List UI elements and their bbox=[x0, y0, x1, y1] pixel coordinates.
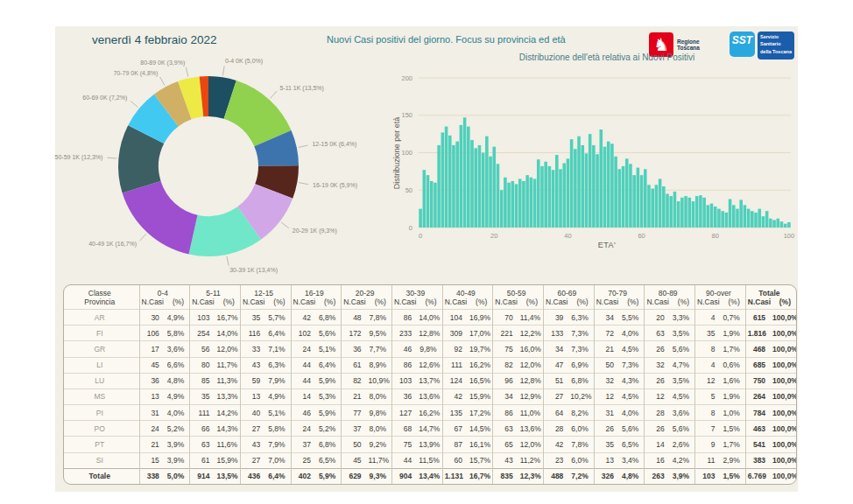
histogram-bar[interactable] bbox=[758, 209, 761, 228]
histogram-bar[interactable] bbox=[710, 204, 714, 228]
histogram-bar[interactable] bbox=[714, 206, 717, 228]
histogram-bar[interactable] bbox=[596, 154, 599, 228]
table-row-MS[interactable]: MS134,9%3513,3%134,9%145,3%218,0%3613,6%… bbox=[64, 388, 796, 404]
histogram-bar[interactable] bbox=[614, 157, 617, 228]
histogram-bar[interactable] bbox=[445, 127, 448, 228]
histogram-bar[interactable] bbox=[780, 221, 784, 228]
histogram-bar[interactable] bbox=[589, 134, 592, 228]
histogram-bar[interactable] bbox=[492, 147, 496, 228]
histogram-bar[interactable] bbox=[455, 142, 459, 228]
histogram-bar[interactable] bbox=[618, 169, 622, 228]
histogram-bar[interactable] bbox=[677, 201, 680, 228]
histogram-bar[interactable] bbox=[497, 164, 500, 228]
histogram-bar[interactable] bbox=[784, 224, 787, 228]
histogram-bar[interactable] bbox=[559, 169, 562, 228]
age-donut-chart[interactable]: 0-4 0K (5,0%)5-11 1K (13,5%)12-15 0K (6,… bbox=[48, 48, 398, 280]
histogram-bar[interactable] bbox=[736, 209, 739, 228]
histogram-bar[interactable] bbox=[552, 170, 555, 228]
histogram-bar[interactable] bbox=[592, 145, 596, 228]
table-row-GR[interactable]: GR173,6%5612,0%337,1%245,1%367,7%469,8%9… bbox=[64, 341, 796, 357]
histogram-bar[interactable] bbox=[555, 155, 559, 228]
histogram-plot-area[interactable]: 050100150200020406080100 bbox=[385, 66, 804, 254]
histogram-bar[interactable] bbox=[669, 196, 673, 228]
histogram-bar[interactable] bbox=[673, 192, 677, 228]
histogram-bar[interactable] bbox=[603, 147, 607, 228]
histogram-bar[interactable] bbox=[525, 175, 529, 228]
histogram-bar[interactable] bbox=[772, 220, 776, 228]
histogram-bar[interactable] bbox=[637, 168, 640, 228]
histogram-bar[interactable] bbox=[430, 181, 434, 228]
table-row-PT[interactable]: PT213,9%6311,6%437,9%376,8%509,2%7513,9%… bbox=[64, 437, 796, 452]
histogram-bar[interactable] bbox=[441, 132, 445, 228]
histogram-bar[interactable] bbox=[655, 185, 659, 228]
histogram-bar[interactable] bbox=[629, 164, 632, 228]
histogram-bar[interactable] bbox=[769, 219, 772, 228]
histogram-bar[interactable] bbox=[548, 166, 552, 228]
histogram-bar[interactable] bbox=[754, 213, 758, 228]
table-row-LI[interactable]: LI456,6%8011,7%436,3%446,4%618,9%8612,6%… bbox=[64, 357, 796, 373]
table-row-LU[interactable]: LU364,8%8511,3%597,9%445,9%8210,9%10313,… bbox=[64, 373, 796, 388]
histogram-bar[interactable] bbox=[485, 136, 489, 228]
histogram-bar[interactable] bbox=[732, 205, 736, 228]
histogram-bar[interactable] bbox=[751, 211, 754, 228]
histogram-bar[interactable] bbox=[600, 130, 603, 228]
histogram-bar[interactable] bbox=[500, 190, 504, 228]
histogram-bar[interactable] bbox=[776, 219, 779, 228]
histogram-bar[interactable] bbox=[647, 185, 651, 228]
histogram-bar[interactable] bbox=[522, 181, 525, 228]
histogram-bar[interactable] bbox=[659, 178, 662, 228]
histogram-bar[interactable] bbox=[680, 198, 684, 228]
histogram-bar[interactable] bbox=[739, 200, 743, 228]
histogram-bar[interactable] bbox=[423, 170, 426, 228]
histogram-bar[interactable] bbox=[762, 216, 765, 228]
histogram-bar[interactable] bbox=[644, 169, 647, 228]
histogram-bar[interactable] bbox=[581, 145, 584, 228]
histogram-bar[interactable] bbox=[434, 183, 437, 228]
histogram-bar[interactable] bbox=[544, 162, 547, 228]
histogram-bar[interactable] bbox=[692, 201, 695, 228]
table-row-AR[interactable]: AR304,9%10316,7%355,7%426,8%487,8%8614,0… bbox=[64, 310, 796, 326]
histogram-bar[interactable] bbox=[460, 125, 463, 228]
histogram-bar[interactable] bbox=[744, 205, 747, 228]
histogram-bar[interactable] bbox=[518, 178, 522, 228]
histogram-bar[interactable] bbox=[622, 166, 625, 228]
table-row-Totale[interactable]: Totale3385,0%91413,5%4366,4%4025,9%6299,… bbox=[64, 468, 796, 484]
histogram-bar[interactable] bbox=[515, 184, 518, 228]
histogram-bar[interactable] bbox=[707, 205, 710, 228]
histogram-bar[interactable] bbox=[729, 200, 732, 228]
histogram-bar[interactable] bbox=[452, 145, 455, 228]
histogram-bar[interactable] bbox=[610, 144, 614, 228]
histogram-bar[interactable] bbox=[577, 136, 581, 228]
histogram-bar[interactable] bbox=[504, 178, 507, 228]
histogram-bar[interactable] bbox=[478, 145, 482, 228]
histogram-bar[interactable] bbox=[570, 139, 574, 228]
histogram-bar[interactable] bbox=[574, 149, 577, 228]
table-row-SI[interactable]: SI153,9%6115,9%277,0%256,5%4511,7%4411,5… bbox=[64, 452, 796, 468]
histogram-bar[interactable] bbox=[725, 213, 729, 228]
histogram-bar[interactable] bbox=[651, 189, 654, 228]
histogram-bar[interactable] bbox=[747, 209, 751, 228]
histogram-bar[interactable] bbox=[562, 163, 566, 228]
histogram-bar[interactable] bbox=[695, 196, 699, 228]
histogram-bar[interactable] bbox=[482, 153, 485, 228]
histogram-bar[interactable] bbox=[687, 198, 691, 228]
histogram-bar[interactable] bbox=[533, 178, 537, 228]
histogram-bar[interactable] bbox=[540, 166, 544, 228]
histogram-bar[interactable] bbox=[765, 211, 769, 228]
histogram-bar[interactable] bbox=[463, 117, 467, 228]
histogram-bar[interactable] bbox=[702, 198, 706, 228]
histogram-bar[interactable] bbox=[684, 196, 687, 228]
histogram-bar[interactable] bbox=[448, 136, 452, 228]
histogram-bar[interactable] bbox=[632, 175, 636, 228]
histogram-bar[interactable] bbox=[511, 181, 515, 228]
histogram-bar[interactable] bbox=[721, 211, 724, 228]
histogram-bar[interactable] bbox=[640, 175, 644, 228]
table-row-FI[interactable]: FI1065,8%25414,0%1166,4%1025,6%1729,5%23… bbox=[64, 326, 796, 341]
histogram-bar[interactable] bbox=[489, 157, 492, 228]
histogram-bar[interactable] bbox=[662, 186, 666, 228]
histogram-bar[interactable] bbox=[666, 194, 669, 228]
histogram-bar[interactable] bbox=[467, 127, 470, 228]
histogram-bar[interactable] bbox=[585, 153, 589, 228]
histogram-bar[interactable] bbox=[507, 183, 511, 228]
histogram-bar[interactable] bbox=[625, 158, 629, 228]
